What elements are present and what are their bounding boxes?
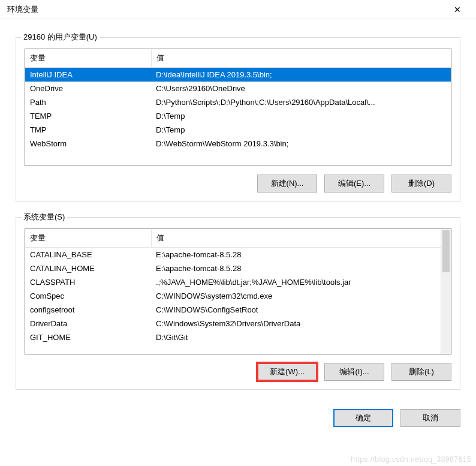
- ok-button[interactable]: 确定: [333, 409, 393, 427]
- table-row[interactable]: GIT_HOMED:\Git\Git: [25, 330, 441, 344]
- table-row[interactable]: PathD:\Python\Scripts\;D:\Python\;C:\Use…: [25, 95, 451, 109]
- system-col-variable[interactable]: 变量: [25, 229, 151, 248]
- table-row[interactable]: CLASSPATH.;%JAVA_HOME%\lib\dt.jar;%JAVA_…: [25, 275, 441, 289]
- cell-variable: GIT_HOME: [25, 330, 151, 344]
- cell-value: D:\Temp: [151, 123, 451, 137]
- close-icon[interactable]: ✕: [444, 0, 471, 19]
- system-new-button[interactable]: 新建(W)...: [257, 363, 317, 381]
- cell-variable: configsetroot: [25, 303, 151, 317]
- cell-variable: CATALINA_HOME: [25, 261, 151, 275]
- table-row[interactable]: OneDriveC:\Users\29160\OneDrive: [25, 82, 451, 95]
- table-row[interactable]: ComSpecC:\WINDOWS\system32\cmd.exe: [25, 289, 441, 303]
- cell-value: D:\Python\Scripts\;D:\Python\;C:\Users\2…: [151, 95, 451, 109]
- user-variables-table-wrap[interactable]: 变量 值 IntelliJ IDEAD:\idea\IntelliJ IDEA …: [25, 49, 451, 166]
- cell-value: D:\idea\IntelliJ IDEA 2019.3.5\bin;: [151, 68, 451, 82]
- user-variables-label: 29160 的用户变量(U): [21, 32, 100, 43]
- user-col-variable[interactable]: 变量: [25, 49, 151, 68]
- system-scrollbar[interactable]: [441, 229, 451, 354]
- user-variables-group: 29160 的用户变量(U) 变量 值 IntelliJ IDEAD:\idea…: [16, 37, 460, 202]
- system-edit-button[interactable]: 编辑(I)...: [324, 363, 384, 381]
- cell-variable: CATALINA_BASE: [25, 248, 151, 262]
- system-scrollbar-thumb[interactable]: [442, 230, 450, 272]
- titlebar: 环境变量 ✕: [0, 0, 476, 19]
- user-edit-button[interactable]: 编辑(E)...: [324, 175, 384, 193]
- dialog-content: 29160 的用户变量(U) 变量 值 IntelliJ IDEAD:\idea…: [0, 19, 476, 397]
- system-col-value[interactable]: 值: [151, 229, 441, 248]
- cell-variable: CLASSPATH: [25, 275, 151, 289]
- user-col-value[interactable]: 值: [151, 49, 451, 68]
- user-delete-button[interactable]: 删除(D): [391, 175, 451, 193]
- user-variables-table: 变量 值 IntelliJ IDEAD:\idea\IntelliJ IDEA …: [25, 49, 451, 151]
- table-row[interactable]: configsetrootC:\WINDOWS\ConfigSetRoot: [25, 303, 441, 317]
- cell-value: C:\WINDOWS\ConfigSetRoot: [151, 303, 441, 317]
- cell-variable: DriverData: [25, 317, 151, 330]
- cell-value: C:\WINDOWS\system32\cmd.exe: [151, 289, 441, 303]
- cell-variable: TEMP: [25, 109, 151, 123]
- cell-value: D:\Git\Git: [151, 330, 441, 344]
- table-row[interactable]: DriverDataC:\Windows\System32\Drivers\Dr…: [25, 317, 441, 330]
- table-row[interactable]: CATALINA_BASEE:\apache-tomcat-8.5.28: [25, 248, 441, 262]
- cell-variable: Path: [25, 95, 151, 109]
- watermark: https://blog.csdn.net/qq_38987615: [351, 455, 471, 464]
- system-variables-table-wrap[interactable]: 变量 值 CATALINA_BASEE:\apache-tomcat-8.5.2…: [25, 229, 451, 354]
- cell-variable: WebStorm: [25, 137, 151, 151]
- user-button-row: 新建(N)... 编辑(E)... 删除(D): [25, 175, 451, 193]
- system-delete-button[interactable]: 删除(L): [391, 363, 451, 381]
- dialog-title: 环境变量: [7, 4, 444, 15]
- cell-value: E:\apache-tomcat-8.5.28: [151, 261, 441, 275]
- dialog-button-row: 确定 取消: [0, 397, 476, 427]
- cell-variable: ComSpec: [25, 289, 151, 303]
- system-variables-group: 系统变量(S) 变量 值 CATALINA_BASEE:\apache-tomc…: [16, 217, 460, 390]
- system-variables-table: 变量 值 CATALINA_BASEE:\apache-tomcat-8.5.2…: [25, 229, 441, 344]
- cell-value: E:\apache-tomcat-8.5.28: [151, 248, 441, 262]
- system-button-row: 新建(W)... 编辑(I)... 删除(L): [25, 363, 451, 381]
- system-variables-label: 系统变量(S): [21, 212, 67, 223]
- user-new-button[interactable]: 新建(N)...: [257, 175, 317, 193]
- cancel-button[interactable]: 取消: [400, 409, 460, 427]
- cell-value: D:\WebStorm\WebStorm 2019.3.3\bin;: [151, 137, 451, 151]
- cell-value: D:\Temp: [151, 109, 451, 123]
- cell-variable: IntelliJ IDEA: [25, 68, 151, 82]
- cell-value: .;%JAVA_HOME%\lib\dt.jar;%JAVA_HOME%\lib…: [151, 275, 441, 289]
- table-row[interactable]: TMPD:\Temp: [25, 123, 451, 137]
- table-row[interactable]: TEMPD:\Temp: [25, 109, 451, 123]
- cell-variable: OneDrive: [25, 82, 151, 95]
- table-row[interactable]: IntelliJ IDEAD:\idea\IntelliJ IDEA 2019.…: [25, 68, 451, 82]
- table-row[interactable]: WebStormD:\WebStorm\WebStorm 2019.3.3\bi…: [25, 137, 451, 151]
- cell-variable: TMP: [25, 123, 151, 137]
- cell-value: C:\Users\29160\OneDrive: [151, 82, 451, 95]
- table-row[interactable]: CATALINA_HOMEE:\apache-tomcat-8.5.28: [25, 261, 441, 275]
- cell-value: C:\Windows\System32\Drivers\DriverData: [151, 317, 441, 330]
